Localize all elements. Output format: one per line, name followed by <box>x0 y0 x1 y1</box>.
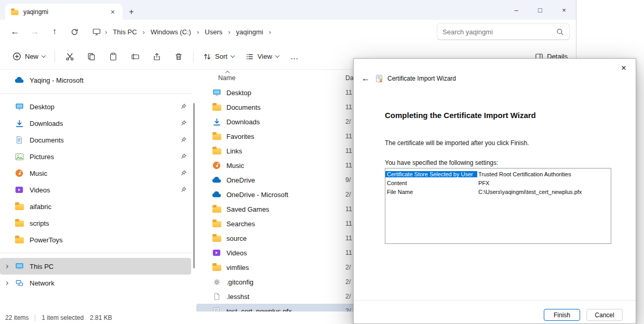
more-options-button[interactable]: … <box>285 47 304 66</box>
cancel-button[interactable]: Cancel <box>586 309 623 321</box>
up-icon[interactable]: ↑ <box>46 23 63 41</box>
sidebar-item-network[interactable]: Network <box>0 275 192 291</box>
file-date: 11 <box>345 103 352 111</box>
file-name: .lesshst <box>226 293 249 301</box>
finish-button[interactable]: Finish <box>544 309 580 321</box>
wizard-back-icon[interactable]: ← <box>360 74 371 83</box>
file-name: Favorites <box>226 133 254 140</box>
settings-listbox[interactable]: Certificate Store Selected by User Trust… <box>385 168 611 244</box>
sidebar-item-aifabric[interactable]: aifabric <box>0 198 192 215</box>
view-button[interactable]: View <box>240 47 284 66</box>
paste-button[interactable] <box>103 47 124 66</box>
item-count: 22 items <box>5 314 29 321</box>
gear-icon <box>212 278 221 286</box>
search-input[interactable]: Search yaqingmi <box>437 23 570 40</box>
sidebar-item-powertoys[interactable]: PowerToys <box>0 231 192 248</box>
sidebar-item-music[interactable]: Music <box>0 165 192 182</box>
chevron-down-icon <box>275 53 279 57</box>
breadcrumb-separator-icon <box>267 28 273 36</box>
minimize-icon[interactable]: – <box>504 0 528 20</box>
chevron-right-icon[interactable] <box>5 264 8 268</box>
cloud-icon <box>15 77 24 83</box>
settings-row-store[interactable]: Certificate Store Selected by User Trust… <box>385 170 611 178</box>
cut-button[interactable] <box>59 47 80 66</box>
settings-row-filename[interactable]: File Name C:\Users\yaqingmi\test_cert_ne… <box>385 187 611 196</box>
sidebar-item-scripts[interactable]: scripts <box>0 215 192 231</box>
dialog-close-icon[interactable]: × <box>616 61 632 75</box>
wizard-settings-caption: You have specified the following setting… <box>385 159 498 166</box>
maximize-icon[interactable]: □ <box>528 0 552 20</box>
file-icon <box>212 292 221 301</box>
delete-button[interactable] <box>168 47 189 66</box>
setting-value: Trusted Root Certification Authorities <box>477 171 571 177</box>
refresh-icon[interactable] <box>65 23 83 41</box>
sidebar-item-pictures[interactable]: Pictures <box>0 148 192 165</box>
folder-icon <box>11 9 18 15</box>
new-button[interactable]: New <box>7 47 50 66</box>
new-tab-button[interactable]: + <box>123 4 140 20</box>
breadcrumb-separator-icon <box>141 28 146 36</box>
settings-row-content[interactable]: Content PFX <box>385 178 611 187</box>
file-name: Videos <box>226 249 247 257</box>
column-header-name[interactable]: Name <box>218 74 235 82</box>
chevron-down-icon <box>231 53 235 57</box>
sidebar-item-label: scripts <box>30 219 49 227</box>
this-pc-icon[interactable] <box>90 28 103 36</box>
breadcrumb-this-pc[interactable]: This PC <box>109 26 140 38</box>
chevron-right-icon[interactable] <box>5 281 8 284</box>
file-date: 11 <box>345 133 352 140</box>
folder-icon <box>212 133 221 140</box>
file-name: Documents <box>226 103 261 111</box>
pin-icon <box>180 153 187 160</box>
sidebar-item-documents[interactable]: Documents <box>0 132 192 148</box>
network-icon <box>15 279 24 287</box>
folder-icon <box>15 219 24 227</box>
sidebar-item-this-pc[interactable]: This PC <box>0 258 191 275</box>
scrollbar-thumb[interactable] <box>193 103 195 268</box>
pin-icon <box>180 103 187 110</box>
share-button[interactable] <box>146 47 167 66</box>
sidebar-item-videos[interactable]: Videos <box>0 182 192 198</box>
file-name: Links <box>226 147 242 155</box>
desktop-icon <box>212 88 221 97</box>
certificate-import-wizard-dialog: × ← Certificate Import Wizard Completing… <box>353 58 636 324</box>
sidebar-divider <box>0 93 192 94</box>
breadcrumb-users[interactable]: Users <box>201 26 226 38</box>
back-icon[interactable]: ← <box>6 23 24 41</box>
breadcrumb-windows-c[interactable]: Windows (C:) <box>147 26 195 38</box>
folder-icon <box>212 147 221 154</box>
rename-button[interactable] <box>125 47 145 66</box>
tab-close-icon[interactable]: × <box>108 8 117 16</box>
this-pc-icon <box>15 262 24 270</box>
plus-circle-icon <box>12 52 21 61</box>
sidebar-item-label: Desktop <box>30 103 55 111</box>
copy-button[interactable] <box>81 47 102 66</box>
window-controls: – □ × <box>504 0 576 20</box>
setting-key: File Name <box>385 189 477 195</box>
view-button-label: View <box>258 53 272 60</box>
sidebar-item-downloads[interactable]: Downloads <box>0 115 192 132</box>
sort-button[interactable]: Sort <box>198 47 239 66</box>
breadcrumb-yaqingmi[interactable]: yaqingmi <box>233 26 267 38</box>
file-date: 11 <box>345 249 352 256</box>
sidebar-item-label: PowerToys <box>30 236 63 244</box>
pin-icon <box>180 136 187 143</box>
file-date: 11 <box>345 205 352 213</box>
dialog-buttons: Finish Cancel <box>544 309 623 321</box>
pictures-icon <box>15 153 24 161</box>
setting-value: PFX <box>477 180 489 186</box>
column-header-date[interactable]: Da <box>345 74 354 82</box>
file-name: Saved Games <box>226 205 269 213</box>
sort-icon <box>203 53 211 61</box>
file-name: OneDrive <box>226 176 255 184</box>
sidebar-item-onedrive[interactable]: Yaqing - Microsoft <box>0 72 192 88</box>
sidebar-scrollbar[interactable] <box>192 70 196 312</box>
close-icon[interactable]: × <box>552 0 576 20</box>
videos-icon <box>15 186 24 193</box>
sidebar-item-desktop[interactable]: Desktop <box>0 98 192 115</box>
videos-icon <box>212 249 221 256</box>
file-date: 2/ <box>345 118 351 125</box>
music-icon <box>15 169 24 177</box>
tab-yaqingmi[interactable]: yaqingmi × <box>5 4 123 20</box>
forward-icon[interactable]: → <box>26 23 44 41</box>
